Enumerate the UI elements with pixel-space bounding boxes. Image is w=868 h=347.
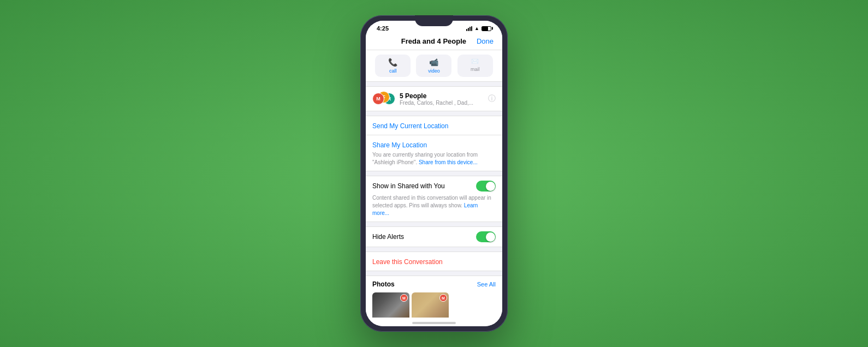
group-name: 5 People (400, 92, 484, 100)
shared-with-you-section: Show in Shared with You Content shared i… (366, 176, 502, 222)
shared-with-you-subtext: Content shared in this conversation will… (372, 194, 496, 217)
shared-with-you-toggle[interactable] (476, 181, 496, 192)
dynamic-island (415, 21, 453, 26)
send-location-item[interactable]: Send My Current Location (366, 116, 502, 135)
header: Freda and 4 People Done (366, 34, 502, 50)
wifi-icon: ▲ (474, 26, 479, 31)
battery-icon (481, 26, 491, 31)
location-section: Send My Current Location Share My Locati… (366, 116, 502, 171)
battery-fill (482, 27, 488, 31)
photos-see-all-button[interactable]: See All (477, 281, 496, 288)
share-location-item[interactable]: Share My Location You are currently shar… (366, 135, 502, 171)
hide-alerts-label: Hide Alerts (372, 233, 404, 241)
group-members: Freda, Carlos, Rachel , Dad,... (400, 100, 484, 106)
photo-sender-badge-1: M (400, 294, 408, 302)
photo-thumbnail-1[interactable]: M (372, 292, 409, 318)
conversation-title: Freda and 4 People (391, 37, 477, 45)
photo-thumbnail-2[interactable]: M (412, 292, 449, 318)
hide-alerts-toggle-row: Hide Alerts (372, 231, 496, 242)
phone-screen: 4:25 ▲ Freda and 4 People Done (366, 21, 502, 326)
done-button[interactable]: Done (477, 37, 494, 45)
hide-alerts-item: Hide Alerts (366, 227, 502, 247)
share-from-device-link[interactable]: Share from this device... (419, 159, 478, 165)
mail-label: mail (471, 67, 480, 72)
leave-conversation-label: Leave this Conversation (372, 258, 443, 266)
mail-icon: ✉️ (471, 58, 479, 65)
scroll-content: M F R 5 People Freda, Carlos, Rachel , D… (366, 82, 502, 318)
call-label: call (389, 68, 397, 74)
shared-with-you-item: Show in Shared with You Content shared i… (366, 176, 502, 222)
shared-with-you-label: Show in Shared with You (372, 182, 445, 190)
share-location-label: Share My Location (372, 141, 427, 149)
photos-section: Photos See All M M (366, 276, 502, 318)
avatars-group: M F R (372, 91, 395, 106)
hide-alerts-section: Hide Alerts (366, 226, 502, 247)
info-icon: ⓘ (488, 94, 496, 104)
home-indicator (366, 318, 502, 326)
video-button[interactable]: 📹 video (416, 55, 451, 77)
leave-section[interactable]: Leave this Conversation (366, 252, 502, 271)
photos-header: Photos See All (372, 280, 496, 288)
avatar-1: M (372, 93, 384, 105)
share-location-subtext: You are currently sharing your location … (372, 151, 496, 166)
action-buttons: 📞 call 📹 video ✉️ mail (366, 50, 502, 82)
signal-icon (466, 26, 472, 31)
video-icon: 📹 (429, 58, 438, 67)
home-bar (412, 322, 456, 324)
call-button[interactable]: 📞 call (375, 55, 411, 77)
send-location-label: Send My Current Location (372, 122, 448, 130)
photo-sender-badge-2: M (439, 294, 447, 302)
group-text: 5 People Freda, Carlos, Rachel , Dad,... (400, 92, 484, 106)
video-label: video (428, 68, 440, 74)
call-icon: 📞 (388, 58, 397, 67)
status-time: 4:25 (377, 25, 389, 32)
group-info-row[interactable]: M F R 5 People Freda, Carlos, Rachel , D… (366, 86, 502, 111)
photos-title: Photos (372, 280, 395, 288)
mail-button[interactable]: ✉️ mail (457, 55, 493, 77)
shared-toggle-row: Show in Shared with You (372, 181, 496, 192)
status-icons: ▲ (466, 26, 491, 31)
hide-alerts-toggle[interactable] (476, 231, 496, 242)
photos-grid: M M (372, 292, 496, 318)
phone-frame: 4:25 ▲ Freda and 4 People Done (360, 15, 508, 332)
